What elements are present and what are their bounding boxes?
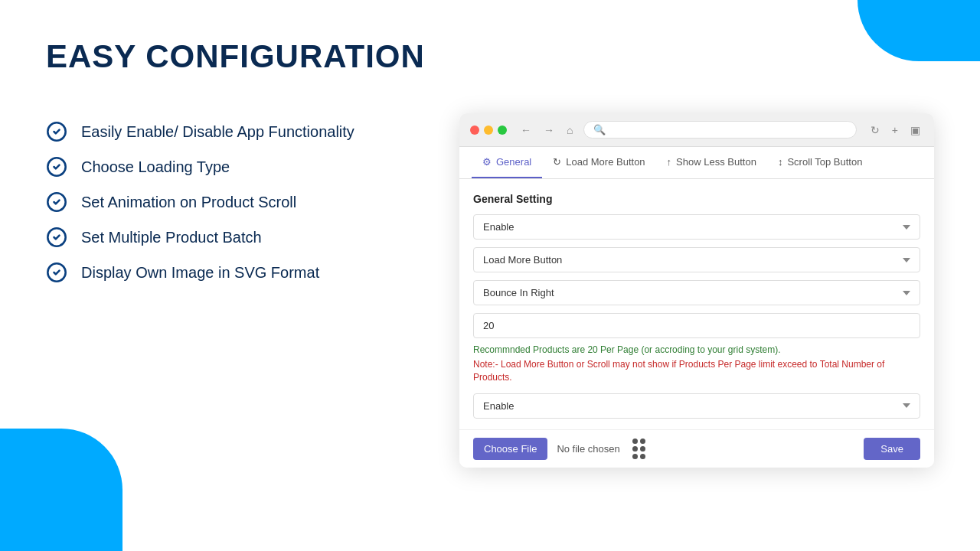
feature-item-feat-3: Set Animation on Product Scroll xyxy=(46,191,413,213)
settings-tabs: ⚙General↻Load More Button↑Show Less Butt… xyxy=(459,147,934,179)
tab-icon: ↕ xyxy=(778,156,783,168)
feature-text: Set Animation on Product Scroll xyxy=(81,194,296,211)
add-tab-button[interactable]: + xyxy=(889,122,901,138)
back-button[interactable]: ← xyxy=(518,122,534,138)
home-button[interactable]: ⌂ xyxy=(564,122,576,138)
tab-tab-scroll-top[interactable]: ↕Scroll Top Button xyxy=(767,147,874,178)
tab-label: General xyxy=(496,156,531,168)
loading-dots-icon xyxy=(632,439,651,459)
check-icon xyxy=(46,191,67,213)
hint-red: Note:- Load More Button or Scroll may no… xyxy=(473,358,920,384)
check-icon xyxy=(46,262,67,283)
check-icon xyxy=(46,156,67,178)
tab-label: Show Less Button xyxy=(676,156,756,168)
enable-select[interactable]: Enable xyxy=(473,214,920,240)
file-name: No file chosen xyxy=(557,443,619,455)
dot-4 xyxy=(640,446,645,452)
hint-green: Recommnded Products are 20 Per Page (or … xyxy=(473,344,920,355)
feature-text: Choose Loading Type xyxy=(81,158,230,176)
feature-item-feat-1: Easily Enable/ Disable App Functionality xyxy=(46,121,413,142)
forward-button[interactable]: → xyxy=(541,122,557,138)
check-icon xyxy=(46,121,67,142)
browser-traffic-lights xyxy=(470,126,507,135)
batch-input[interactable] xyxy=(473,313,920,338)
feature-text: Easily Enable/ Disable App Functionality xyxy=(81,123,354,141)
dot-1 xyxy=(632,439,638,444)
feature-item-feat-2: Choose Loading Type xyxy=(46,156,413,178)
refresh-button[interactable]: ↻ xyxy=(867,122,883,138)
features-list: Easily Enable/ Disable App Functionality… xyxy=(46,121,413,283)
browser-search-bar[interactable]: 🔍 xyxy=(583,121,856,139)
tab-icon: ⚙ xyxy=(482,156,492,168)
dot-green xyxy=(498,126,507,135)
save-button[interactable]: Save xyxy=(864,438,920,460)
feature-text: Display Own Image in SVG Format xyxy=(81,264,319,282)
browser-body: General Setting Enable Load More Button … xyxy=(459,179,934,429)
extensions-button[interactable]: ▣ xyxy=(907,122,923,138)
dot-red xyxy=(470,126,479,135)
feature-item-feat-4: Set Multiple Product Batch xyxy=(46,227,413,248)
dot-3 xyxy=(632,446,638,452)
check-icon xyxy=(46,227,67,248)
browser-actions: ↻ + ▣ xyxy=(867,122,923,138)
section-title: General Setting xyxy=(473,193,920,205)
dot-yellow xyxy=(484,126,493,135)
browser-nav: ← → ⌂ xyxy=(518,122,576,138)
dot-6 xyxy=(640,454,645,459)
animation-select[interactable]: Bounce In Right xyxy=(473,280,920,305)
dot-5 xyxy=(632,454,638,459)
browser-window: ← → ⌂ 🔍 ↻ + ▣ ⚙General↻Load More Button↑… xyxy=(459,113,934,468)
tab-icon: ↻ xyxy=(553,156,561,168)
dot-2 xyxy=(640,439,645,444)
tab-label: Scroll Top Button xyxy=(787,156,862,168)
page-title: EASY CONFIGURATION xyxy=(46,38,934,75)
tab-tab-show-less[interactable]: ↑Show Less Button xyxy=(656,147,767,178)
search-icon: 🔍 xyxy=(593,124,606,135)
feature-item-feat-5: Display Own Image in SVG Format xyxy=(46,262,413,283)
enable2-select[interactable]: Enable xyxy=(473,393,920,419)
tab-label: Load More Button xyxy=(566,156,645,168)
tab-tab-load-more[interactable]: ↻Load More Button xyxy=(542,147,655,178)
browser-footer: Choose File No file chosen Save xyxy=(459,429,934,468)
browser-toolbar: ← → ⌂ 🔍 ↻ + ▣ xyxy=(459,113,934,147)
load-type-select[interactable]: Load More Button xyxy=(473,247,920,272)
choose-file-button[interactable]: Choose File xyxy=(473,438,547,460)
tab-icon: ↑ xyxy=(667,156,672,168)
tab-tab-general[interactable]: ⚙General xyxy=(472,147,542,178)
feature-text: Set Multiple Product Batch xyxy=(81,229,262,246)
